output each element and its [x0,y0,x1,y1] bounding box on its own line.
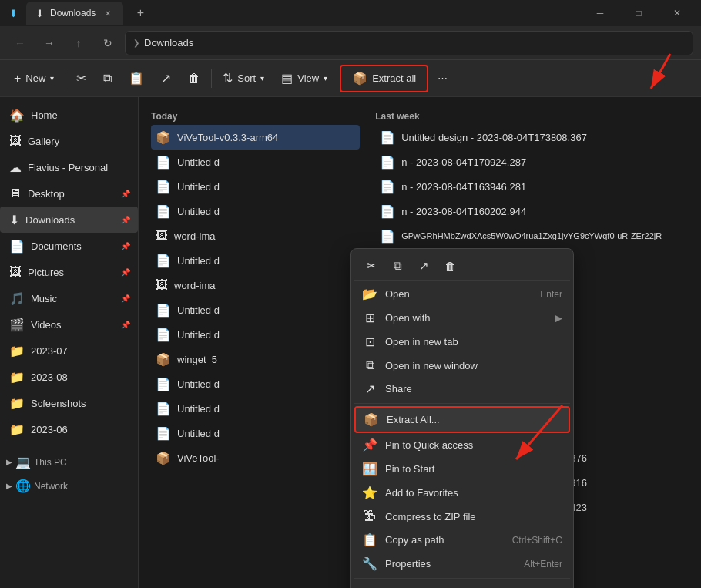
back-button[interactable]: ← [8,31,32,55]
sidebar-group-thispc[interactable]: ▶ 💻 This PC [0,449,138,472]
share-button[interactable]: ↗ [153,65,179,92]
address-bar[interactable]: ❯ Downloads [125,31,693,55]
ctx-addfav-item[interactable]: ⭐ Add to Favorites [354,481,570,505]
ctx-opennewwindow-item[interactable]: ⧉ Open in new window [354,354,570,377]
ctx-compress-item[interactable]: 🗜 Compress to ZIP file [354,505,570,528]
refresh-button[interactable]: ↻ [96,31,120,55]
file-name: n - 2023-08-04T170924.287 [401,156,684,168]
downloads-icon: ⬇ [9,213,19,227]
copy-button[interactable]: ⧉ [96,65,119,92]
ctx-delete-button[interactable]: 🗑 [438,255,462,277]
doc-icon: 📄 [156,377,171,391]
sidebar-item-gallery[interactable]: 🖼 Gallery [0,128,138,154]
sidebar-item-flavius[interactable]: ☁ Flavius - Personal [0,154,138,180]
sidebar-item-downloads[interactable]: ⬇ Downloads 📌 [0,207,138,233]
title-bar: ⬇ ⬇ Downloads ✕ + ─ □ ✕ [0,0,701,26]
list-item[interactable]: 📄 Untitled d [151,150,360,174]
list-item[interactable]: 📄 n - 2023-08-04T160202.944 [375,199,689,223]
sidebar-label-flavius: Flavius - Personal [28,162,130,173]
list-item[interactable]: 📄 n - 2023-08-04T170924.287 [375,150,689,174]
today-header: Today [151,111,360,122]
sidebar-item-music[interactable]: 🎵 Music 📌 [0,285,138,311]
sidebar-item-desktop[interactable]: 🖥 Desktop 📌 [0,180,138,207]
sidebar-item-pictures[interactable]: 🖼 Pictures 📌 [0,259,138,285]
list-item[interactable]: 📄 GPwGRhHMbZwdXAcs5W0wO4rua1Zxg1jvYG9cYW… [375,223,689,248]
sort-label: Sort [237,72,256,84]
list-item[interactable]: 📄 n - 2023-08-04T163946.281 [375,174,689,199]
tab-close-button[interactable]: ✕ [102,7,114,19]
forward-button[interactable]: → [37,31,62,55]
list-item[interactable]: 📄 Untitled d [151,297,360,322]
sidebar-item-videos[interactable]: 🎬 Videos 📌 [0,311,138,338]
ctx-copy-button[interactable]: ⧉ [385,255,410,277]
sidebar-item-home[interactable]: 🏠 Home [0,102,138,128]
sidebar-item-documents[interactable]: 📄 Documents 📌 [0,233,138,259]
list-item[interactable]: 📄 Untitled design - 2023-08-04T173808.36… [375,125,689,150]
ctx-pinquick-item[interactable]: 📌 Pin to Quick access [354,433,570,457]
cut-button[interactable]: ✂ [69,65,94,92]
file-name: GPwGRhHMbZwdXAcs5W0wO4rua1Zxg1jvYG9cYWqf… [401,231,684,240]
new-tab-button[interactable]: + [129,2,151,24]
list-item[interactable]: 🖼 word-ima [151,273,360,297]
list-item[interactable]: 📄 Untitled d [151,421,360,445]
paste-button[interactable]: 📋 [121,65,152,92]
sidebar-item-screenshots[interactable]: 📁 Scfeenshots [0,390,138,416]
more-options-button[interactable]: ⋯ [430,66,454,91]
ctx-pinquick-label: Pin to Quick access [385,439,562,451]
sidebar-label-home: Home [31,109,130,121]
ctx-share-button[interactable]: ↗ [411,255,436,277]
view-button[interactable]: ▤ View ▾ [273,65,335,92]
ctx-properties-item[interactable]: 🔧 Properties Alt+Enter [354,552,570,576]
tab-downloads[interactable]: ⬇ Downloads ✕ [26,2,123,25]
list-item[interactable]: 📄 Untitled d [151,396,360,421]
sidebar-label-music: Music [31,293,115,304]
sidebar-label-gallery: Gallery [28,136,130,147]
list-item[interactable]: 📦 winget_5 [151,347,360,371]
list-item[interactable]: 📄 Untitled d [151,248,360,273]
list-item[interactable]: 📄 Untitled d [151,199,360,223]
more-icon: ⋯ [438,72,448,84]
sidebar-item-2023-06[interactable]: 📁 2023-06 [0,416,138,442]
image-icon: 🖼 [156,229,168,243]
sort-button[interactable]: ⇅ Sort ▾ [215,65,272,92]
list-item[interactable]: 📦 ViVeTool- [151,445,360,470]
ctx-open-item[interactable]: 📂 Open Enter [354,282,570,306]
sidebar-item-2023-08[interactable]: 📁 2023-08 [0,364,138,390]
ctx-pinstart-item[interactable]: 🪟 Pin to Start [354,457,570,481]
ctx-copypath-item[interactable]: 📋 Copy as path Ctrl+Shift+C [354,528,570,552]
doc-icon: 📄 [156,402,171,416]
ctx-showmore-item[interactable]: ⊞ Show more options [354,581,570,588]
tab-label: Downloads [50,8,96,18]
ctx-extractall-item[interactable]: 📦 Extract All... [354,406,570,433]
doc-icon: 📄 [380,180,395,194]
minimize-button[interactable]: ─ [582,0,618,26]
documents-pin-icon: 📌 [121,242,130,250]
ctx-openwith-item[interactable]: ⊞ Open with ▶ [354,306,570,330]
list-item[interactable]: 📄 Untitled d [151,174,360,199]
doc-icon: 📄 [380,130,395,145]
close-button[interactable]: ✕ [659,0,695,26]
delete-button[interactable]: 🗑 [180,65,208,92]
app-icon: ⬇ [6,6,20,20]
list-item[interactable]: 📄 Untitled d [151,371,360,396]
sidebar-item-2023-07[interactable]: 📁 2023-07 [0,338,138,364]
list-item[interactable]: 📄 Untitled d [151,322,360,347]
back-icon: ← [15,37,25,49]
doc-icon: 📄 [156,155,171,170]
sidebar-group-network[interactable]: ▶ 🌐 Network [0,472,138,496]
sidebar-label-videos: Videos [31,319,115,331]
maximize-button[interactable]: □ [621,0,656,26]
gallery-icon: 🖼 [9,134,22,148]
up-button[interactable]: ↑ [66,31,91,55]
ctx-cut-button[interactable]: ✂ [359,255,384,277]
file-name: Untitled d [177,378,316,390]
ctx-opennewtab-item[interactable]: ⊡ Open in new tab [354,330,570,354]
extract-all-button[interactable]: 📦 Extract all [340,65,428,92]
doc-icon: 📄 [380,204,395,219]
ctx-pinstart-label: Pin to Start [385,463,562,475]
list-item[interactable]: 🖼 word-ima [151,223,360,248]
ctx-share-item[interactable]: ↗ Share [354,377,570,401]
new-button[interactable]: + New ▾ [6,65,62,92]
file-item-vivetool[interactable]: 📦 ViVeTool-v0.3.3-arm64 [151,125,360,150]
ctx-addfav-icon: ⭐ [362,486,377,500]
